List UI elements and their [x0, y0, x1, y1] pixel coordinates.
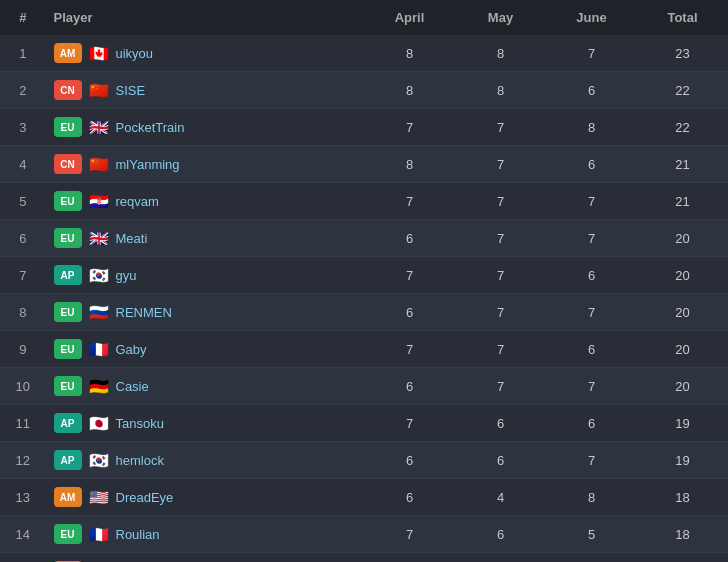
flag-icon: 🇺🇸: [88, 489, 110, 505]
player-name: PocketTrain: [116, 120, 185, 135]
rank-cell: 8: [0, 294, 46, 331]
total-cell: 21: [637, 146, 728, 183]
region-badge: CN: [54, 80, 82, 100]
rank-cell: 5: [0, 183, 46, 220]
rank-cell: 7: [0, 257, 46, 294]
may-cell: 7: [455, 183, 546, 220]
player-cell: EU🇫🇷Roulian: [46, 516, 365, 553]
april-cell: 7: [364, 183, 455, 220]
flag-icon: 🇩🇪: [88, 378, 110, 394]
june-cell: 7: [546, 368, 637, 405]
flag-icon: 🇰🇷: [88, 452, 110, 468]
april-cell: 5: [364, 553, 455, 563]
april-cell: 7: [364, 257, 455, 294]
total-cell: 18: [637, 516, 728, 553]
total-cell: 18: [637, 479, 728, 516]
april-cell: 8: [364, 72, 455, 109]
june-cell: 7: [546, 294, 637, 331]
may-cell: 7: [455, 220, 546, 257]
rank-cell: 1: [0, 35, 46, 72]
may-cell: 6: [455, 405, 546, 442]
may-cell: 8: [455, 35, 546, 72]
total-cell: 20: [637, 294, 728, 331]
player-name: reqvam: [116, 194, 159, 209]
player-name: Casie: [116, 379, 149, 394]
may-cell: 7: [455, 109, 546, 146]
april-cell: 8: [364, 146, 455, 183]
player-cell: CN🇨🇳mlYanming: [46, 146, 365, 183]
header-may: May: [455, 0, 546, 35]
region-badge: EU: [54, 302, 82, 322]
region-badge: AM: [54, 487, 82, 507]
header-june: June: [546, 0, 637, 35]
april-cell: 6: [364, 479, 455, 516]
table-row: 1AM🇨🇦uikyou88723: [0, 35, 728, 72]
flag-icon: 🇬🇧: [88, 230, 110, 246]
flag-icon: 🇨🇳: [88, 156, 110, 172]
region-badge: AP: [54, 265, 82, 285]
player-cell: EU🇬🇧PocketTrain: [46, 109, 365, 146]
flag-icon: 🇫🇷: [88, 526, 110, 542]
player-cell: AM🇨🇦uikyou: [46, 35, 365, 72]
april-cell: 6: [364, 442, 455, 479]
may-cell: 7: [455, 331, 546, 368]
region-badge: EU: [54, 228, 82, 248]
june-cell: 8: [546, 109, 637, 146]
april-cell: 7: [364, 405, 455, 442]
may-cell: 7: [455, 294, 546, 331]
player-name: Tansoku: [116, 416, 164, 431]
player-cell: EU🇫🇷Gaby: [46, 331, 365, 368]
table-row: 9EU🇫🇷Gaby77620: [0, 331, 728, 368]
rank-cell: 10: [0, 368, 46, 405]
total-cell: 22: [637, 72, 728, 109]
player-name: uikyou: [116, 46, 154, 61]
may-cell: 4: [455, 479, 546, 516]
june-cell: 7: [546, 35, 637, 72]
may-cell: 8: [455, 72, 546, 109]
player-cell: EU🇬🇧Meati: [46, 220, 365, 257]
table-row: 14EU🇫🇷Roulian76518: [0, 516, 728, 553]
header-total: Total: [637, 0, 728, 35]
june-cell: 6: [546, 331, 637, 368]
table-row: 15AM🇺🇸GamerRvg56718: [0, 553, 728, 563]
total-cell: 20: [637, 257, 728, 294]
region-badge: CN: [54, 154, 82, 174]
header-april: April: [364, 0, 455, 35]
table-row: 6EU🇬🇧Meati67720: [0, 220, 728, 257]
rank-cell: 3: [0, 109, 46, 146]
player-name: Meati: [116, 231, 148, 246]
table-row: 3EU🇬🇧PocketTrain77822: [0, 109, 728, 146]
june-cell: 7: [546, 442, 637, 479]
flag-icon: 🇯🇵: [88, 415, 110, 431]
may-cell: 7: [455, 146, 546, 183]
april-cell: 6: [364, 220, 455, 257]
player-cell: AP🇯🇵Tansoku: [46, 405, 365, 442]
flag-icon: 🇨🇦: [88, 45, 110, 61]
player-cell: AM🇺🇸DreadEye: [46, 479, 365, 516]
player-cell: CN🇨🇳SISE: [46, 72, 365, 109]
rank-cell: 13: [0, 479, 46, 516]
player-cell: AP🇰🇷hemlock: [46, 442, 365, 479]
total-cell: 21: [637, 183, 728, 220]
total-cell: 20: [637, 331, 728, 368]
player-name: RENMEN: [116, 305, 172, 320]
flag-icon: 🇬🇧: [88, 119, 110, 135]
june-cell: 7: [546, 183, 637, 220]
table-row: 2CN🇨🇳SISE88622: [0, 72, 728, 109]
rank-cell: 6: [0, 220, 46, 257]
rank-cell: 11: [0, 405, 46, 442]
player-name: SISE: [116, 83, 146, 98]
may-cell: 7: [455, 368, 546, 405]
player-cell: EU🇩🇪Casie: [46, 368, 365, 405]
player-name: hemlock: [116, 453, 164, 468]
total-cell: 19: [637, 405, 728, 442]
region-badge: AP: [54, 450, 82, 470]
total-cell: 19: [637, 442, 728, 479]
june-cell: 6: [546, 405, 637, 442]
player-cell: EU🇷🇺RENMEN: [46, 294, 365, 331]
region-badge: EU: [54, 339, 82, 359]
total-cell: 18: [637, 553, 728, 563]
table-row: 5EU🇭🇷reqvam77721: [0, 183, 728, 220]
table-row: 10EU🇩🇪Casie67720: [0, 368, 728, 405]
may-cell: 7: [455, 257, 546, 294]
